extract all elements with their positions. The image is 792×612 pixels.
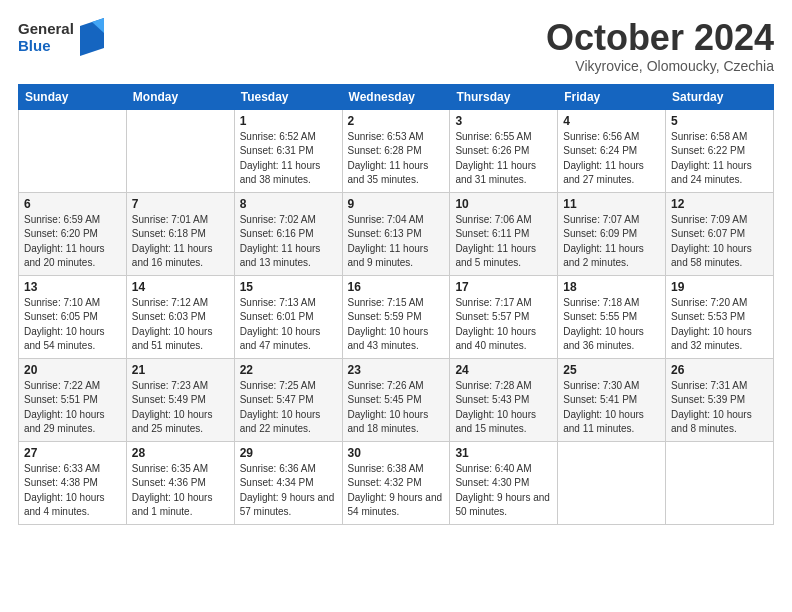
calendar-cell: 16Sunrise: 7:15 AMSunset: 5:59 PMDayligh… xyxy=(342,275,450,358)
day-info: Sunrise: 7:02 AMSunset: 6:16 PMDaylight:… xyxy=(240,213,337,271)
day-info: Sunrise: 7:01 AMSunset: 6:18 PMDaylight:… xyxy=(132,213,229,271)
calendar-cell xyxy=(126,109,234,192)
calendar-cell: 7Sunrise: 7:01 AMSunset: 6:18 PMDaylight… xyxy=(126,192,234,275)
logo-general: General xyxy=(18,20,74,37)
calendar-week: 20Sunrise: 7:22 AMSunset: 5:51 PMDayligh… xyxy=(19,358,774,441)
calendar-cell xyxy=(19,109,127,192)
calendar-week: 13Sunrise: 7:10 AMSunset: 6:05 PMDayligh… xyxy=(19,275,774,358)
day-number: 30 xyxy=(348,446,445,460)
weekday-header: Wednesday xyxy=(342,84,450,109)
calendar-cell: 23Sunrise: 7:26 AMSunset: 5:45 PMDayligh… xyxy=(342,358,450,441)
day-number: 31 xyxy=(455,446,552,460)
calendar-cell: 17Sunrise: 7:17 AMSunset: 5:57 PMDayligh… xyxy=(450,275,558,358)
day-info: Sunrise: 7:06 AMSunset: 6:11 PMDaylight:… xyxy=(455,213,552,271)
day-number: 8 xyxy=(240,197,337,211)
calendar-cell: 22Sunrise: 7:25 AMSunset: 5:47 PMDayligh… xyxy=(234,358,342,441)
logo-text: General Blue xyxy=(18,20,74,55)
day-info: Sunrise: 7:15 AMSunset: 5:59 PMDaylight:… xyxy=(348,296,445,354)
calendar-cell: 6Sunrise: 6:59 AMSunset: 6:20 PMDaylight… xyxy=(19,192,127,275)
calendar-cell: 3Sunrise: 6:55 AMSunset: 6:26 PMDaylight… xyxy=(450,109,558,192)
calendar-cell: 4Sunrise: 6:56 AMSunset: 6:24 PMDaylight… xyxy=(558,109,666,192)
day-number: 23 xyxy=(348,363,445,377)
weekday-header-row: SundayMondayTuesdayWednesdayThursdayFrid… xyxy=(19,84,774,109)
day-info: Sunrise: 7:20 AMSunset: 5:53 PMDaylight:… xyxy=(671,296,768,354)
calendar-cell: 14Sunrise: 7:12 AMSunset: 6:03 PMDayligh… xyxy=(126,275,234,358)
day-number: 22 xyxy=(240,363,337,377)
weekday-header: Thursday xyxy=(450,84,558,109)
day-number: 21 xyxy=(132,363,229,377)
day-info: Sunrise: 6:52 AMSunset: 6:31 PMDaylight:… xyxy=(240,130,337,188)
day-info: Sunrise: 6:36 AMSunset: 4:34 PMDaylight:… xyxy=(240,462,337,520)
calendar-cell: 13Sunrise: 7:10 AMSunset: 6:05 PMDayligh… xyxy=(19,275,127,358)
day-number: 3 xyxy=(455,114,552,128)
day-number: 19 xyxy=(671,280,768,294)
calendar-cell: 5Sunrise: 6:58 AMSunset: 6:22 PMDaylight… xyxy=(666,109,774,192)
day-number: 26 xyxy=(671,363,768,377)
day-info: Sunrise: 7:04 AMSunset: 6:13 PMDaylight:… xyxy=(348,213,445,271)
logo-blue: Blue xyxy=(18,37,74,54)
day-info: Sunrise: 6:40 AMSunset: 4:30 PMDaylight:… xyxy=(455,462,552,520)
calendar-cell: 24Sunrise: 7:28 AMSunset: 5:43 PMDayligh… xyxy=(450,358,558,441)
calendar-cell: 28Sunrise: 6:35 AMSunset: 4:36 PMDayligh… xyxy=(126,441,234,524)
day-number: 15 xyxy=(240,280,337,294)
logo: General Blue xyxy=(18,18,108,56)
day-info: Sunrise: 6:33 AMSunset: 4:38 PMDaylight:… xyxy=(24,462,121,520)
page: General Blue October 2024 Vikyrovice, Ol… xyxy=(0,0,792,537)
day-number: 24 xyxy=(455,363,552,377)
title-block: October 2024 Vikyrovice, Olomoucky, Czec… xyxy=(546,18,774,74)
day-info: Sunrise: 7:17 AMSunset: 5:57 PMDaylight:… xyxy=(455,296,552,354)
day-number: 6 xyxy=(24,197,121,211)
day-number: 7 xyxy=(132,197,229,211)
day-number: 4 xyxy=(563,114,660,128)
day-info: Sunrise: 7:30 AMSunset: 5:41 PMDaylight:… xyxy=(563,379,660,437)
weekday-header: Sunday xyxy=(19,84,127,109)
day-number: 25 xyxy=(563,363,660,377)
calendar-cell: 19Sunrise: 7:20 AMSunset: 5:53 PMDayligh… xyxy=(666,275,774,358)
day-number: 5 xyxy=(671,114,768,128)
day-number: 16 xyxy=(348,280,445,294)
calendar-cell: 2Sunrise: 6:53 AMSunset: 6:28 PMDaylight… xyxy=(342,109,450,192)
weekday-header: Friday xyxy=(558,84,666,109)
calendar: SundayMondayTuesdayWednesdayThursdayFrid… xyxy=(18,84,774,525)
day-info: Sunrise: 7:31 AMSunset: 5:39 PMDaylight:… xyxy=(671,379,768,437)
day-info: Sunrise: 7:07 AMSunset: 6:09 PMDaylight:… xyxy=(563,213,660,271)
day-info: Sunrise: 6:35 AMSunset: 4:36 PMDaylight:… xyxy=(132,462,229,520)
calendar-cell: 18Sunrise: 7:18 AMSunset: 5:55 PMDayligh… xyxy=(558,275,666,358)
calendar-cell: 25Sunrise: 7:30 AMSunset: 5:41 PMDayligh… xyxy=(558,358,666,441)
weekday-header: Tuesday xyxy=(234,84,342,109)
day-number: 29 xyxy=(240,446,337,460)
calendar-cell: 27Sunrise: 6:33 AMSunset: 4:38 PMDayligh… xyxy=(19,441,127,524)
day-number: 2 xyxy=(348,114,445,128)
day-info: Sunrise: 6:59 AMSunset: 6:20 PMDaylight:… xyxy=(24,213,121,271)
day-info: Sunrise: 6:53 AMSunset: 6:28 PMDaylight:… xyxy=(348,130,445,188)
day-info: Sunrise: 7:09 AMSunset: 6:07 PMDaylight:… xyxy=(671,213,768,271)
calendar-cell: 15Sunrise: 7:13 AMSunset: 6:01 PMDayligh… xyxy=(234,275,342,358)
day-info: Sunrise: 7:10 AMSunset: 6:05 PMDaylight:… xyxy=(24,296,121,354)
calendar-cell: 20Sunrise: 7:22 AMSunset: 5:51 PMDayligh… xyxy=(19,358,127,441)
day-number: 10 xyxy=(455,197,552,211)
day-info: Sunrise: 7:25 AMSunset: 5:47 PMDaylight:… xyxy=(240,379,337,437)
subtitle: Vikyrovice, Olomoucky, Czechia xyxy=(546,58,774,74)
day-info: Sunrise: 7:13 AMSunset: 6:01 PMDaylight:… xyxy=(240,296,337,354)
day-number: 18 xyxy=(563,280,660,294)
day-number: 14 xyxy=(132,280,229,294)
day-number: 27 xyxy=(24,446,121,460)
calendar-cell: 8Sunrise: 7:02 AMSunset: 6:16 PMDaylight… xyxy=(234,192,342,275)
day-info: Sunrise: 6:58 AMSunset: 6:22 PMDaylight:… xyxy=(671,130,768,188)
day-number: 13 xyxy=(24,280,121,294)
calendar-cell: 26Sunrise: 7:31 AMSunset: 5:39 PMDayligh… xyxy=(666,358,774,441)
calendar-cell: 12Sunrise: 7:09 AMSunset: 6:07 PMDayligh… xyxy=(666,192,774,275)
day-number: 12 xyxy=(671,197,768,211)
day-number: 17 xyxy=(455,280,552,294)
header: General Blue October 2024 Vikyrovice, Ol… xyxy=(18,18,774,74)
calendar-cell: 9Sunrise: 7:04 AMSunset: 6:13 PMDaylight… xyxy=(342,192,450,275)
day-info: Sunrise: 7:26 AMSunset: 5:45 PMDaylight:… xyxy=(348,379,445,437)
calendar-week: 6Sunrise: 6:59 AMSunset: 6:20 PMDaylight… xyxy=(19,192,774,275)
weekday-header: Monday xyxy=(126,84,234,109)
calendar-week: 27Sunrise: 6:33 AMSunset: 4:38 PMDayligh… xyxy=(19,441,774,524)
day-number: 9 xyxy=(348,197,445,211)
calendar-week: 1Sunrise: 6:52 AMSunset: 6:31 PMDaylight… xyxy=(19,109,774,192)
calendar-cell: 29Sunrise: 6:36 AMSunset: 4:34 PMDayligh… xyxy=(234,441,342,524)
day-info: Sunrise: 7:22 AMSunset: 5:51 PMDaylight:… xyxy=(24,379,121,437)
day-info: Sunrise: 6:56 AMSunset: 6:24 PMDaylight:… xyxy=(563,130,660,188)
